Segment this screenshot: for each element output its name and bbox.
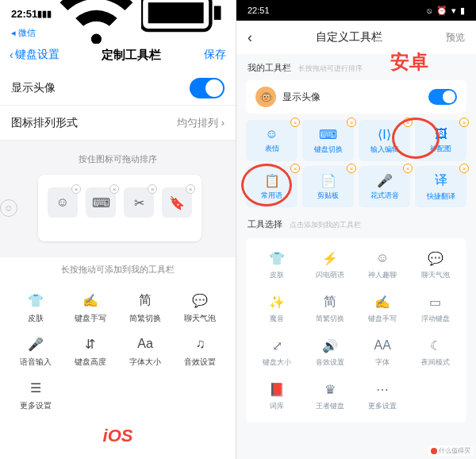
and-opt-more[interactable]: ⋯更多设置 [356, 377, 409, 415]
moon-icon: ☾ [427, 337, 444, 354]
and-opt-dict[interactable]: 📕词库 [251, 377, 304, 415]
and-tool-image[interactable]: 🖼神配图× [415, 120, 466, 161]
and-tool-clipboard[interactable]: 📄剪贴板× [302, 166, 354, 207]
keyboard-icon: ⌨ [319, 127, 337, 142]
ios-opt-handwrite[interactable]: ✍键盘手写 [63, 287, 117, 327]
avatar-icon: 🐵 [255, 87, 276, 107]
simptrad-icon: 简 [135, 290, 155, 310]
remove-icon[interactable]: × [347, 164, 356, 173]
float-icon: ▭ [427, 293, 444, 310]
chat-icon: ☺ [374, 249, 391, 267]
android-nav-bar: ‹ 自定义工具栏 预览 [236, 21, 476, 54]
wifi-icon [55, 0, 138, 45]
remove-icon[interactable]: × [290, 164, 300, 173]
android-options-card: 👕皮肤 ⚡闪电萌语 ☺神人趣聊 💬聊天气泡 ✨魔音 简简繁切换 ✍键盘手写 ▭浮… [246, 238, 466, 422]
and-opt-float[interactable]: ▭浮动键盘 [409, 290, 463, 327]
battery-icon: ▮ [460, 6, 465, 16]
ios-tool-bookmark[interactable]: 🔖× [162, 187, 192, 218]
watermark: 什么值得买 [428, 446, 473, 456]
remove-icon[interactable]: × [186, 184, 195, 194]
and-opt-resize[interactable]: ⤢键盘大小 [251, 334, 304, 371]
mic-icon: 🎤 [377, 173, 393, 188]
wifi-icon: ▾ [451, 6, 456, 16]
android-screenshot: 22:51 ⍉ ⏰ ▾ ▮ ‹ 自定义工具栏 预览 我的工具栏 长按拖动可进行排… [236, 0, 476, 459]
and-tool-voice[interactable]: 🎤花式语音× [359, 166, 410, 207]
emoji-outline-icon: ☺ [0, 199, 17, 217]
ios-time: 22:51 [11, 8, 37, 20]
android-my-toolbar-header: 我的工具栏 长按拖动可进行排序 [236, 54, 476, 77]
android-options-header: 工具选择 点击添加到我的工具栏 [236, 210, 476, 233]
remove-icon[interactable]: × [109, 184, 119, 194]
more-icon: ☰ [25, 377, 46, 398]
ios-status-right: ▮▮▮ [37, 0, 225, 45]
android-back-button[interactable]: ‹ [248, 29, 252, 46]
note-icon: 📋 [264, 173, 280, 188]
remove-icon[interactable]: × [148, 184, 157, 194]
ios-opt-skin[interactable]: 👕皮肤 [8, 287, 63, 327]
ios-toolbar-section: 按住图标可拖动排序 ☺ ☺× ⌨× ✂× 🔖× [0, 141, 236, 257]
and-opt-night[interactable]: ☾夜间模式 [409, 334, 463, 371]
android-preview-button[interactable]: 预览 [446, 31, 465, 44]
svg-rect-1 [148, 2, 204, 23]
remove-icon[interactable]: × [459, 118, 469, 127]
ios-back-label: 键盘设置 [15, 48, 60, 62]
bubble-icon: 💬 [190, 290, 210, 310]
scissors-icon: ✂ [134, 195, 144, 210]
ios-back-button[interactable]: ‹ 键盘设置 [10, 48, 60, 62]
and-opt-handwrite[interactable]: ✍键盘手写 [356, 290, 409, 327]
king-icon: ♛ [321, 380, 339, 398]
bookmark-icon: 🔖 [169, 195, 185, 210]
music-icon: ♫ [190, 334, 210, 354]
and-opt-magic[interactable]: ✨魔音 [251, 290, 304, 327]
ios-opt-fontsize[interactable]: Aa字体大小 [118, 330, 173, 371]
handwrite-icon: ✍ [374, 293, 391, 310]
simptrad-icon: 简 [321, 293, 339, 310]
annotation-ios: iOS [103, 426, 133, 446]
ios-avatar-toggle[interactable] [190, 78, 225, 98]
remove-icon[interactable]: × [290, 118, 300, 127]
and-opt-skin[interactable]: 👕皮肤 [251, 246, 304, 284]
remove-icon[interactable]: × [347, 118, 356, 127]
ios-layout-row[interactable]: 图标排列形式 均匀排列 › [0, 106, 236, 141]
ios-save-button[interactable]: 保存 [204, 48, 226, 62]
and-tool-keyboard[interactable]: ⌨键盘切换× [302, 120, 354, 161]
remove-icon[interactable]: × [403, 118, 413, 127]
and-tool-emoji[interactable]: ☺表情× [246, 120, 298, 161]
battery-icon [141, 0, 225, 35]
ios-opt-height[interactable]: ⇵键盘高度 [63, 330, 117, 371]
flash-icon: ⚡ [321, 249, 339, 267]
sound-icon: 🔊 [321, 337, 339, 354]
ios-avatar-label: 显示头像 [11, 81, 56, 95]
alarm-icon: ⏰ [436, 6, 447, 16]
keyboard-icon: ⌨ [92, 195, 110, 210]
android-avatar-row: 🐵 显示头像 [246, 80, 466, 114]
and-tool-phrases[interactable]: 📋常用语× [246, 166, 298, 207]
and-opt-king[interactable]: ♛王者键盘 [304, 377, 357, 415]
and-opt-sound[interactable]: 🔊音效设置 [304, 334, 357, 371]
remove-icon[interactable]: × [459, 164, 469, 173]
ios-opt-more[interactable]: ☰更多设置 [8, 374, 63, 415]
shirt-icon: 👕 [268, 249, 286, 267]
remove-icon[interactable]: × [403, 164, 413, 173]
ios-opt-bubble[interactable]: 💬聊天气泡 [173, 287, 228, 327]
ios-opt-sound[interactable]: ♫音效设置 [173, 330, 228, 371]
and-opt-funchat[interactable]: ☺神人趣聊 [356, 246, 409, 284]
ios-opt-voice[interactable]: 🎤语音输入 [8, 330, 63, 371]
ios-tool-emoji[interactable]: ☺× [48, 187, 78, 218]
chevron-right-icon: › [221, 117, 225, 129]
more-icon: ⋯ [374, 380, 391, 398]
and-opt-flash[interactable]: ⚡闪电萌语 [304, 246, 357, 284]
ios-tool-keyboard[interactable]: ⌨× [86, 187, 116, 218]
remove-icon[interactable]: × [71, 184, 81, 194]
android-status-bar: 22:51 ⍉ ⏰ ▾ ▮ [236, 0, 476, 21]
chevron-left-icon: ‹ [10, 48, 13, 61]
ios-opt-simptrad[interactable]: 简简繁切换 [118, 287, 173, 327]
and-opt-font[interactable]: AA字体 [356, 334, 409, 371]
and-opt-simptrad[interactable]: 简简繁切换 [304, 290, 357, 327]
and-tool-input-edit[interactable]: ⟨I⟩输入编辑× [359, 120, 410, 161]
android-avatar-toggle[interactable] [428, 89, 457, 105]
and-opt-bubble[interactable]: 💬聊天气泡 [409, 246, 463, 284]
ios-tool-scissors[interactable]: ✂× [124, 187, 154, 218]
resize-icon: ⤢ [268, 337, 286, 354]
and-tool-translate[interactable]: 译快捷翻译× [415, 166, 466, 207]
